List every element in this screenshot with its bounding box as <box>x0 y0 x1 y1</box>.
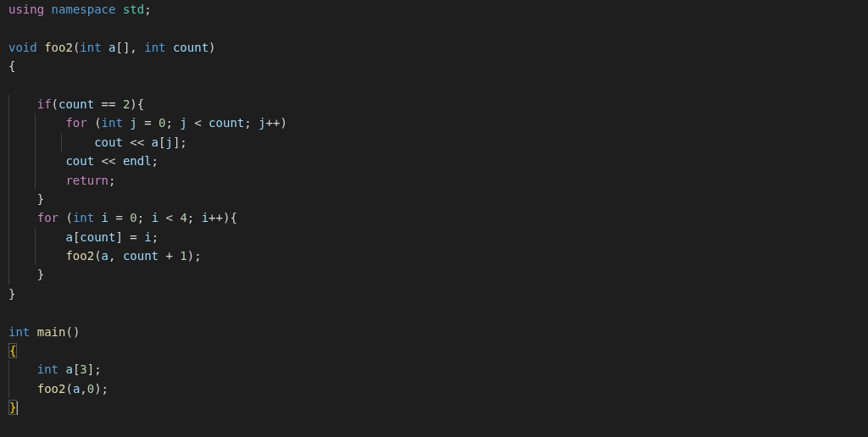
code-token: 0 <box>87 382 94 396</box>
indent-guide <box>8 265 9 284</box>
code-token: count <box>58 97 94 111</box>
code-line[interactable]: cout << endl; <box>7 152 861 170</box>
code-line[interactable]: foo2(a,0); <box>7 379 861 398</box>
indent-guide <box>35 171 36 190</box>
indent-guide <box>35 246 36 265</box>
code-line[interactable] <box>7 303 861 322</box>
code-token: int <box>80 41 101 54</box>
code-line[interactable]: { <box>7 341 861 360</box>
code-line[interactable]: for (int j = 0; j < count; j++) <box>7 113 861 132</box>
code-token <box>30 325 36 339</box>
code-token: j <box>180 116 186 130</box>
code-token: a <box>65 362 72 376</box>
code-token: ( <box>87 116 102 130</box>
code-line[interactable]: cout << a[j]; <box>7 133 861 152</box>
code-token: foo2 <box>44 41 73 54</box>
code-token: a <box>152 136 159 149</box>
code-token: i <box>152 211 159 224</box>
indent-whitespace <box>8 268 37 281</box>
indent-whitespace <box>8 97 37 111</box>
code-line[interactable]: a[count] = i; <box>7 228 861 246</box>
indent-whitespace <box>8 136 94 149</box>
code-line[interactable] <box>7 76 861 95</box>
indent-guide <box>8 379 9 398</box>
code-token: ; <box>152 230 159 244</box>
code-line[interactable]: } <box>7 190 861 208</box>
code-line[interactable]: int main() <box>7 323 861 341</box>
code-token: == <box>94 97 123 111</box>
code-token: < <box>187 116 209 130</box>
code-token: ]; <box>173 136 187 149</box>
code-line[interactable]: if(count == 2){ <box>7 95 861 113</box>
code-token: count <box>80 230 115 244</box>
code-token: << <box>123 136 152 149</box>
indent-whitespace <box>8 174 65 187</box>
code-token: 0 <box>159 116 165 130</box>
code-token: void <box>8 41 37 54</box>
code-line[interactable]: foo2(a, count + 1); <box>7 246 861 265</box>
code-token: { <box>8 343 17 358</box>
code-token: int <box>37 362 58 376</box>
code-token: ] = <box>115 230 144 244</box>
code-line[interactable]: } <box>7 265 861 284</box>
code-line[interactable]: } <box>7 398 861 417</box>
code-token: ; <box>244 116 259 130</box>
code-token: i <box>202 211 209 224</box>
code-token: ( <box>65 382 72 396</box>
indent-guide <box>8 95 9 113</box>
code-line[interactable]: for (int i = 0; i < 4; i++){ <box>7 208 861 227</box>
code-line[interactable] <box>7 19 861 37</box>
code-token: std <box>123 3 144 16</box>
indent-whitespace <box>8 249 65 263</box>
code-token: ) <box>130 97 136 111</box>
code-token: 1 <box>180 249 186 263</box>
code-token: [] <box>115 41 130 54</box>
code-token: ( <box>94 249 101 263</box>
code-token: ; <box>108 174 115 187</box>
indent-guide <box>8 133 9 152</box>
code-token: = <box>137 116 159 130</box>
code-token: 3 <box>80 362 86 376</box>
indent-guide <box>8 246 9 265</box>
code-line[interactable]: int a[3]; <box>7 360 861 379</box>
code-token: ; <box>137 211 152 224</box>
indent-guide <box>8 228 9 246</box>
code-line[interactable]: void foo2(int a[], int count) <box>7 38 861 57</box>
code-token: namespace <box>52 3 116 16</box>
indent-guide <box>8 171 9 190</box>
indent-guide <box>35 152 36 170</box>
indent-guide <box>61 133 62 152</box>
code-token: , <box>130 41 144 54</box>
indent-guide <box>8 113 9 132</box>
code-token: ; <box>152 154 159 168</box>
code-token: int <box>144 41 165 54</box>
code-token: , <box>108 249 123 263</box>
indent-whitespace <box>8 116 65 130</box>
code-line[interactable]: } <box>7 285 861 303</box>
code-token <box>44 3 51 16</box>
code-token: int <box>73 211 94 224</box>
code-token <box>115 3 122 16</box>
code-token: << <box>94 154 123 168</box>
code-token: = <box>108 211 130 224</box>
indent-whitespace <box>8 192 37 206</box>
code-token: { <box>137 97 144 111</box>
code-token: < <box>159 211 180 224</box>
code-token: ); <box>94 382 108 396</box>
code-token: count <box>209 116 244 130</box>
code-line[interactable]: { <box>7 57 861 75</box>
code-token: count <box>173 41 209 54</box>
code-editor[interactable]: using namespace std; void foo2(int a[], … <box>0 0 868 418</box>
code-token: return <box>65 174 108 187</box>
code-line[interactable]: using namespace std; <box>7 0 861 19</box>
code-token <box>102 41 108 54</box>
code-token: i <box>102 211 108 224</box>
code-token: cout <box>94 136 123 149</box>
code-token: j <box>259 116 265 130</box>
code-token: int <box>102 116 123 130</box>
indent-whitespace <box>8 362 37 376</box>
indent-whitespace <box>8 230 65 244</box>
indent-guide <box>8 152 9 170</box>
code-token: 0 <box>130 211 136 224</box>
code-line[interactable]: return; <box>7 171 861 190</box>
